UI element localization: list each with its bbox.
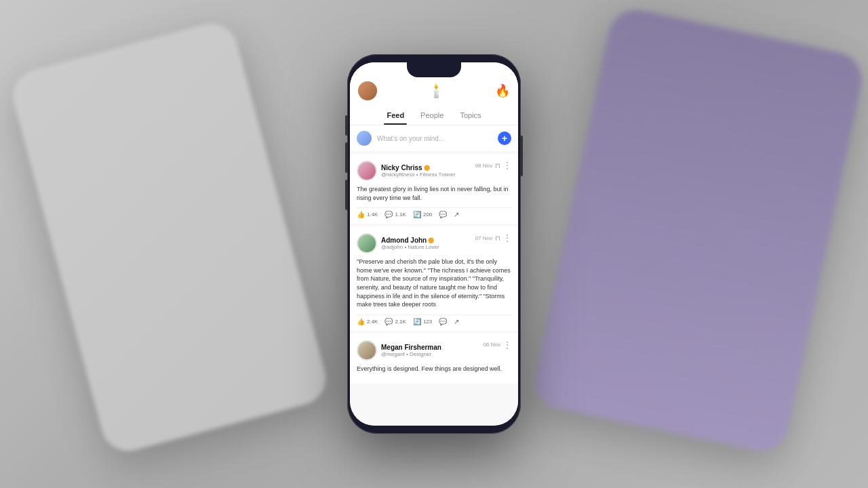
tab-topics[interactable]: Topics (457, 108, 484, 125)
post-header-1: Nicky Chriss ⬤ @nickyfitness • Fitness T… (357, 161, 511, 181)
post-content-3: Everything is designed. Few things are d… (357, 365, 511, 373)
comment-icon-1: 💬 (384, 211, 393, 218)
post-date-3: 06 Nov (484, 342, 500, 348)
comment-btn-1[interactable]: 💬 1.1K (384, 211, 406, 218)
post-content-1: The greatest glory in living lies not in… (357, 185, 511, 202)
like-btn-1[interactable]: 👍 1.4K (357, 211, 378, 218)
post-avatar-2[interactable] (357, 233, 377, 253)
post-header-2: Admond John ⬤ @adjohn • Nature Lover 07 … (357, 233, 511, 253)
post-user-3: Megan Firsherman @meganf • Designer (357, 340, 441, 361)
nav-tabs: Feed People Topics (350, 106, 518, 125)
post-input-placeholder[interactable]: What's on your mind... (377, 135, 492, 142)
add-post-button[interactable]: + (498, 131, 511, 145)
whatsapp-btn-1[interactable]: 💬 (439, 211, 447, 218)
share-btn-1[interactable]: ↗ (454, 211, 459, 218)
share-icon-1: ↗ (454, 211, 459, 218)
post-avatar-1[interactable] (357, 161, 377, 181)
post-handle-1: @nickyfitness • Fitness Trainer (381, 171, 456, 178)
feed: Nicky Chriss ⬤ @nickyfitness • Fitness T… (350, 154, 518, 426)
more-menu-2[interactable]: ⋮ (503, 233, 511, 243)
like-btn-2[interactable]: 👍 2.4K (357, 318, 378, 325)
post-meta-3: 06 Nov ⋮ (484, 340, 511, 350)
post-user-info-1: Nicky Chriss ⬤ @nickyfitness • Fitness T… (381, 164, 456, 178)
notch (407, 62, 461, 77)
whatsapp-btn-2[interactable]: 💬 (439, 318, 447, 325)
post-card-3: Megan Firsherman @meganf • Designer 06 N… (350, 333, 518, 384)
bookmark-icon-2[interactable]: ⊓ (495, 235, 500, 242)
whatsapp-icon-1: 💬 (439, 211, 447, 218)
post-card-1: Nicky Chriss ⬤ @nickyfitness • Fitness T… (350, 154, 518, 224)
post-input-avatar (357, 131, 372, 146)
post-user-info-3: Megan Firsherman @meganf • Designer (381, 344, 441, 357)
post-username-1: Nicky Chriss ⬤ (381, 164, 456, 171)
post-header-3: Megan Firsherman @meganf • Designer 06 N… (357, 340, 511, 361)
mute-button (345, 115, 348, 136)
volume-up-button (345, 142, 348, 173)
repost-btn-2[interactable]: 🔄 123 (413, 318, 432, 325)
repost-icon-2: 🔄 (413, 318, 421, 325)
tab-people[interactable]: People (418, 108, 446, 125)
post-user-info-2: Admond John ⬤ @adjohn • Nature Lover (381, 237, 439, 250)
post-handle-2: @adjohn • Nature Lover (381, 244, 439, 250)
post-actions-2: 👍 2.4K 💬 2.1K 🔄 123 💬 (357, 318, 511, 325)
divider-1 (357, 207, 511, 208)
verified-badge-2: ⬤ (428, 237, 434, 243)
phone-frame: 🕯️ 🔥 Feed People Topics What's on your m… (347, 54, 521, 434)
post-user-2: Admond John ⬤ @adjohn • Nature Lover (357, 233, 439, 253)
post-content-2: "Preserve and cherish the pale blue dot,… (357, 258, 511, 309)
more-menu-3[interactable]: ⋮ (503, 340, 511, 350)
trending-icon[interactable]: 🔥 (495, 83, 510, 98)
like-icon-2: 👍 (357, 318, 365, 325)
divider-2 (357, 314, 511, 315)
post-date-2: 07 Nov (475, 235, 492, 241)
post-username-2: Admond John ⬤ (381, 237, 439, 244)
post-actions-1: 👍 1.4K 💬 1.1K 🔄 200 💬 (357, 211, 511, 218)
post-user-1: Nicky Chriss ⬤ @nickyfitness • Fitness T… (357, 161, 456, 181)
volume-down-button (345, 180, 348, 210)
header-avatar[interactable] (358, 81, 377, 100)
bookmark-icon-1[interactable]: ⊓ (495, 162, 500, 169)
more-menu-1[interactable]: ⋮ (503, 161, 511, 170)
post-avatar-3[interactable] (357, 340, 377, 361)
user-avatar-img (358, 81, 377, 100)
post-username-3: Megan Firsherman (381, 344, 441, 351)
post-handle-3: @meganf • Designer (381, 351, 441, 357)
whatsapp-icon-2: 💬 (439, 318, 447, 325)
post-date-1: 08 Nov (475, 163, 492, 169)
comment-icon-2: 💬 (384, 318, 393, 325)
verified-badge-1: ⬤ (424, 165, 430, 171)
app-content: 🕯️ 🔥 Feed People Topics What's on your m… (350, 62, 518, 426)
repost-icon-1: 🔄 (413, 211, 421, 218)
share-btn-2[interactable]: ↗ (454, 318, 459, 325)
comment-btn-2[interactable]: 💬 2.1K (384, 318, 406, 325)
post-input-row: What's on your mind... + (350, 125, 518, 151)
power-button (520, 136, 523, 176)
app-logo: 🕯️ (428, 83, 445, 99)
phone-screen: 🕯️ 🔥 Feed People Topics What's on your m… (350, 62, 518, 426)
tab-feed[interactable]: Feed (384, 108, 407, 125)
post-card-2: Admond John ⬤ @adjohn • Nature Lover 07 … (350, 226, 518, 331)
repost-btn-1[interactable]: 🔄 200 (413, 211, 432, 218)
post-meta-2: 07 Nov ⊓ ⋮ (475, 233, 511, 243)
share-icon-2: ↗ (454, 318, 459, 325)
like-icon-1: 👍 (357, 211, 365, 218)
post-meta-1: 08 Nov ⊓ ⋮ (475, 161, 511, 170)
